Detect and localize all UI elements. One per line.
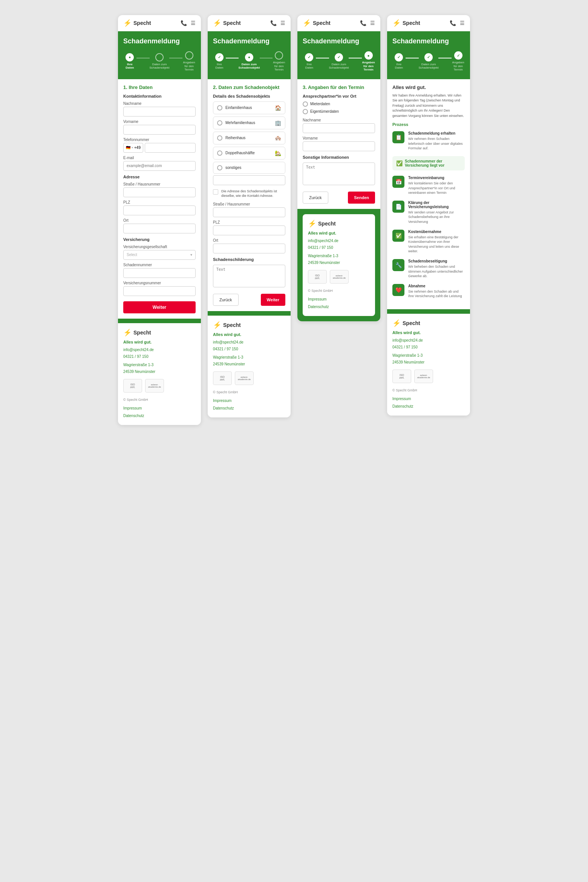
radio-label-einfamilienhaus: Einfamilienhaus [225, 106, 252, 110]
step-circle-1-2 [155, 53, 164, 61]
menu-icon-4[interactable]: ☰ [460, 20, 465, 26]
label-strasse-1: Straße / Hausnummer [123, 182, 196, 186]
footer-lightning-icon-1: ⚡ [123, 328, 132, 337]
radio-label-sonstiges: sonstiges [225, 166, 241, 170]
footer-contact-1: info@specht24.de 04321 / 97 150 Wagriers… [123, 347, 196, 375]
nav-icons-2: 📞 ☰ [270, 20, 285, 26]
checkbox-address-2[interactable] [213, 189, 218, 195]
next-button-2[interactable]: Weiter [261, 294, 285, 306]
screen-4: ⚡ Specht 📞 ☰ Schadenmeldung ✓ Ihre Daten… [387, 15, 470, 416]
back-button-3[interactable]: Zurück [303, 192, 328, 204]
footer-copyright-1: © Specht GmbH [123, 396, 196, 403]
header-title-2: Schadenmeldung [213, 37, 285, 45]
checkbox-row-2[interactable]: Die Adresse des Schadensobjekts ist dies… [213, 189, 285, 198]
input-strasse-2[interactable] [213, 207, 285, 217]
phone-icon-2[interactable]: 📞 [270, 20, 277, 26]
radio-reihenhaus[interactable]: Reihenhaus 🏘️ [213, 132, 285, 144]
success-phone-3: 04321 / 97 150 [308, 244, 370, 251]
input-strasse-1[interactable] [123, 187, 196, 197]
footer-logo-1: ⚡ Specht [123, 328, 196, 337]
footer-datenschutz-1[interactable]: Datenschutz [123, 412, 196, 420]
other-textarea-3[interactable] [303, 163, 375, 185]
footer-lightning-icon-2: ⚡ [213, 321, 221, 329]
radio-doppelhaus[interactable]: Doppelhaushälfte 🏡 [213, 147, 285, 160]
footer-logo-4: ⚡ Specht [392, 319, 465, 327]
phone-icon-1[interactable]: 📞 [181, 20, 187, 26]
step-1-2: Daten zum Schadenobjekt [150, 53, 170, 70]
footer-email-2: info@specht24.de [213, 339, 285, 346]
radio-eigentuemer[interactable]: Eigentümerdaten [303, 109, 375, 114]
process-step-title-3: Terminvereinbarung [408, 176, 465, 180]
input-phone-1[interactable] [145, 143, 196, 153]
label-strasse-2: Straße / Hausnummer [213, 202, 285, 206]
radio-mieter[interactable]: Mieterdaten [303, 101, 375, 107]
phone-flag-1: 🇩🇪 ▾ +49 [123, 143, 143, 153]
success-logo-3: ⚡ Specht [308, 219, 370, 228]
damage-textarea-2[interactable] [213, 265, 285, 287]
input-vorname-1[interactable] [123, 125, 196, 135]
step-line-3-2 [349, 58, 362, 58]
menu-icon-3[interactable]: ☰ [370, 20, 375, 26]
phone-icon-4[interactable]: 📞 [450, 20, 456, 26]
weiter-button-1[interactable]: Weiter [123, 301, 196, 313]
nav-icons-4: 📞 ☰ [450, 20, 465, 26]
menu-icon-2[interactable]: ☰ [280, 20, 285, 26]
success-datenschutz-3[interactable]: Datenschutz [308, 303, 370, 311]
process-step-desc-3: Wir kontaktieren Sie oder den Ansprechpa… [408, 181, 465, 195]
header-title-1: Schadenmeldung [123, 37, 196, 45]
footer-2: ⚡ Specht Alles wird gut. info@specht24.d… [208, 316, 291, 417]
badge-iso-3: ISOzert. [308, 270, 327, 284]
footer-logo-text-4: Specht [403, 320, 420, 326]
input-nachname-3[interactable] [303, 123, 375, 133]
footer-impressum-4[interactable]: Impressum [392, 395, 465, 403]
success-impressum-3[interactable]: Impressum [308, 296, 370, 303]
input-schadennr-1[interactable] [123, 268, 196, 278]
radio-label-mehrfamilienhaus: Mehrfamilienhaus [225, 121, 255, 125]
step-4-2: ✓ Daten zum Schadenobjekt [419, 53, 439, 70]
footer-impressum-2[interactable]: Impressum [213, 397, 285, 405]
input-ort-2[interactable] [213, 244, 285, 253]
footer-datenschutz-2[interactable]: Datenschutz [213, 405, 285, 412]
badge-asbest-1: asbest-akademie.de [145, 379, 164, 393]
radio-circle-doppelhaus [217, 150, 222, 156]
step-label-3-3: Angaben für den Termin [362, 61, 375, 72]
input-plz-2[interactable] [213, 225, 285, 235]
footer-impressum-1[interactable]: Impressum [123, 405, 196, 412]
step-label-3-2: Daten zum Schadenobjekt [329, 63, 349, 70]
input-plz-1[interactable] [123, 206, 196, 215]
content-4: Alles wird gut. Wir haben Ihre Anmeldung… [387, 79, 470, 309]
sonstiges-input[interactable] [213, 175, 285, 185]
input-nachname-1[interactable] [123, 107, 196, 117]
logo-4: ⚡ Specht [392, 19, 420, 27]
send-button-3[interactable]: Senden [348, 192, 375, 204]
badge-iso-2: ISOzert. [213, 371, 232, 385]
radio-circle-sonstiges [217, 165, 222, 170]
input-ort-1[interactable] [123, 224, 196, 233]
select-versgesellschaft-1[interactable]: Select ▾ [123, 250, 196, 260]
checkbox-label-2: Die Adresse des Schadensobjekts ist dies… [221, 189, 285, 198]
back-button-2[interactable]: Zurück [213, 294, 239, 306]
footer-logo-text-2: Specht [223, 322, 241, 328]
section-title-2: 2. Daten zum Schadenobjekt [213, 84, 285, 90]
step-line-4-1 [406, 58, 419, 58]
radio-sonstiges[interactable]: sonstiges [213, 162, 285, 174]
step-line-3-1 [316, 58, 329, 58]
input-versicherungsnr-1[interactable] [123, 286, 196, 296]
footer-1: ⚡ Specht Alles wird gut. info@specht24.d… [118, 323, 201, 425]
step-label-2-1: Ihre Daten [213, 63, 226, 70]
content-1: 1. Ihre Daten Kontaktinformation Nachnam… [118, 79, 201, 319]
radio-label-eigentuemer: Eigentümerdaten [310, 109, 339, 114]
radio-mehrfamilienhaus[interactable]: Mehrfamilienhaus 🏢 [213, 117, 285, 129]
footer-datenschutz-4[interactable]: Datenschutz [392, 403, 465, 410]
input-email-1[interactable] [123, 161, 196, 171]
input-vorname-3[interactable] [303, 141, 375, 151]
step-3-2: ✓ Daten zum Schadenobjekt [329, 53, 349, 70]
step-circle-4-2: ✓ [424, 53, 433, 61]
radio-circle-eigentuemer [303, 109, 308, 114]
nav-icons-1: 📞 ☰ [181, 20, 196, 26]
phone-icon-3[interactable]: 📞 [360, 20, 366, 26]
header-3: Schadenmeldung ✓ Ihre Daten ✓ Daten zum … [297, 31, 380, 79]
radio-einfamilienhaus[interactable]: Einfamilienhaus 🏠 [213, 101, 285, 114]
menu-icon-1[interactable]: ☰ [191, 20, 196, 26]
subsection-1: Kontaktinformation [123, 94, 196, 98]
